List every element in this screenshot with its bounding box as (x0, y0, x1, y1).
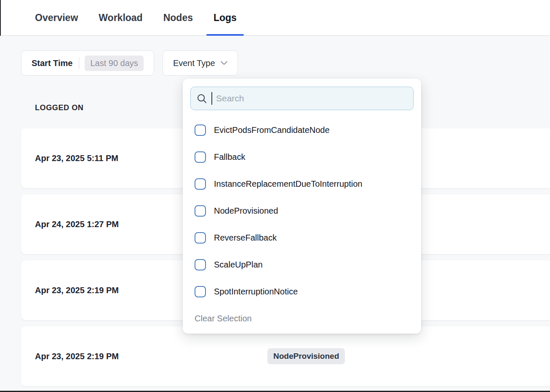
option-label: ScaleUpPlan (214, 260, 263, 270)
tab-nodes[interactable]: Nodes (163, 0, 193, 35)
filter-divider (79, 57, 79, 69)
option-reversefallback[interactable]: ReverseFallback (190, 224, 414, 251)
option-nodeprovisioned[interactable]: NodeProvisioned (190, 197, 414, 224)
option-fallback[interactable]: Fallback (190, 143, 414, 170)
tab-logs-label: Logs (214, 12, 237, 24)
tab-bar: Overview Workload Nodes Logs (0, 0, 550, 36)
option-label: SpotInterruptionNotice (214, 287, 298, 297)
tab-logs[interactable]: Logs (214, 0, 237, 35)
column-header-logged-on: LOGGED ON (35, 103, 83, 112)
checkbox[interactable] (195, 178, 206, 190)
start-time-value: Last 90 days (85, 56, 143, 71)
search-box (190, 87, 414, 110)
option-label: EvictPodsFromCandidateNode (214, 125, 330, 135)
checkbox[interactable] (195, 232, 206, 244)
tab-workload[interactable]: Workload (99, 0, 142, 35)
tab-workload-label: Workload (99, 12, 142, 24)
option-label: NodeProvisioned (214, 206, 278, 216)
event-type-filter[interactable]: Event Type (163, 50, 238, 76)
option-evictpodsfromcandidatenode[interactable]: EvictPodsFromCandidateNode (190, 117, 414, 143)
search-input[interactable] (216, 93, 408, 103)
option-scaleupplan[interactable]: ScaleUpPlan (190, 251, 414, 278)
checkbox[interactable] (195, 205, 206, 217)
start-time-filter[interactable]: Start Time Last 90 days (21, 50, 154, 76)
tab-overview[interactable]: Overview (35, 0, 78, 35)
option-label: Fallback (214, 152, 245, 162)
tab-overview-label: Overview (35, 12, 78, 24)
start-time-label: Start Time (32, 58, 72, 68)
checkbox[interactable] (195, 286, 206, 297)
clear-selection-button[interactable]: Clear Selection (190, 309, 414, 328)
tab-nodes-label: Nodes (163, 12, 193, 24)
option-instancereplacementduetointerruption[interactable]: InstanceReplacementDueToInterruption (190, 170, 414, 197)
table-row[interactable]: Apr 23, 2025 2:19 PM NodeProvisioned (21, 326, 550, 386)
logged-on-value: Apr 23, 2025 5:11 PM (35, 154, 118, 163)
event-type-dropdown: EvictPodsFromCandidateNode Fallback Inst… (183, 79, 421, 334)
logged-on-value: Apr 23, 2025 2:19 PM (35, 352, 119, 361)
checkbox[interactable] (195, 124, 206, 136)
option-spotinterruptionnotice[interactable]: SpotInterruptionNotice (190, 278, 414, 305)
logged-on-value: Apr 24, 2025 1:27 PM (35, 220, 119, 229)
logged-on-value: Apr 23, 2025 2:19 PM (35, 286, 119, 295)
event-type-options: EvictPodsFromCandidateNode Fallback Inst… (190, 117, 414, 305)
checkbox[interactable] (195, 151, 206, 163)
filter-bar: Start Time Last 90 days Event Type (21, 50, 238, 76)
option-label: ReverseFallback (214, 233, 277, 243)
event-type-badge: NodeProvisioned (267, 348, 345, 364)
search-icon (196, 93, 208, 104)
checkbox[interactable] (195, 259, 206, 270)
text-caret (211, 92, 212, 105)
chevron-down-icon (221, 61, 227, 65)
option-label: InstanceReplacementDueToInterruption (214, 179, 362, 189)
event-type-label: Event Type (173, 58, 215, 68)
